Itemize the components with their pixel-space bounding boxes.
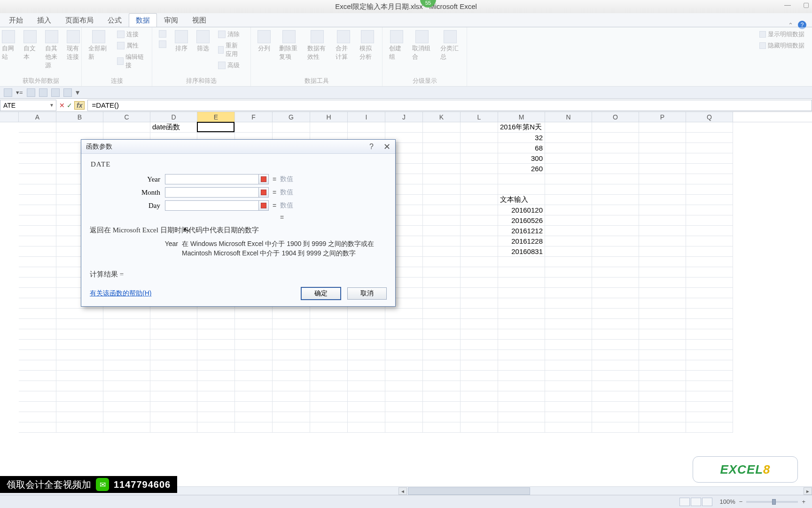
minimize-button[interactable]: —	[784, 1, 791, 8]
col-header-L[interactable]: L	[461, 112, 498, 122]
existing-conn-button[interactable]: 现有连接	[67, 30, 80, 61]
cell-M2[interactable]: 32	[498, 133, 545, 143]
connections-button[interactable]: 连接	[117, 30, 139, 39]
qat-label: ▾=	[16, 89, 23, 96]
cell-M5[interactable]: 260	[498, 164, 545, 174]
col-header-N[interactable]: N	[545, 112, 592, 122]
col-header-K[interactable]: K	[423, 112, 461, 122]
col-header-F[interactable]: F	[235, 112, 273, 122]
tab-review[interactable]: 审阅	[157, 13, 185, 27]
hide-detail-button[interactable]: 隐藏明细数据	[759, 41, 804, 50]
zoom-level[interactable]: 100%	[720, 498, 735, 505]
from-web-button[interactable]: 自网站	[2, 30, 15, 61]
function-help-link[interactable]: 有关该函数的帮助(H)	[90, 289, 151, 298]
sort-desc-button[interactable]	[159, 40, 166, 48]
clear-button[interactable]: 清除	[218, 30, 240, 39]
tab-data[interactable]: 数据	[129, 13, 157, 27]
col-header-Q[interactable]: Q	[686, 112, 733, 122]
col-header-O[interactable]: O	[592, 112, 639, 122]
sort-asc-button[interactable]	[159, 30, 166, 38]
cell-D1[interactable]: date函数	[150, 122, 197, 133]
qat-icon-4[interactable]	[51, 88, 60, 97]
qat-icon-5[interactable]	[63, 88, 72, 97]
sort-button[interactable]: 排序	[175, 30, 188, 53]
page-break-view-button[interactable]	[702, 498, 712, 506]
tab-formula[interactable]: 公式	[101, 13, 129, 27]
zoom-in-button[interactable]: +	[802, 498, 805, 505]
reapply-button[interactable]: 重新应用	[218, 41, 244, 58]
qat-icon[interactable]	[4, 88, 12, 97]
cell-M1[interactable]: 2016年第N天	[498, 122, 545, 133]
dialog-help-icon[interactable]: ?	[369, 143, 374, 151]
scroll-left-icon[interactable]: ◄	[398, 487, 407, 495]
col-header-D[interactable]: D	[150, 112, 197, 122]
cell-M13[interactable]: 20160831	[498, 246, 545, 257]
refresh-all-button[interactable]: 全部刷新	[88, 30, 109, 61]
param-year-ref-button[interactable]	[258, 174, 269, 184]
col-header-C[interactable]: C	[103, 112, 150, 122]
dialog-title-bar[interactable]: 函数参数 ? ✕	[81, 140, 395, 154]
col-header-H[interactable]: H	[310, 112, 348, 122]
sort-asc-qat[interactable]	[27, 88, 35, 97]
name-box-dropdown-icon[interactable]: ▼	[49, 103, 54, 108]
tab-view[interactable]: 视图	[185, 13, 213, 27]
col-header-E[interactable]: E	[197, 112, 235, 122]
maximize-button[interactable]: ▢	[803, 1, 809, 8]
cell-M8[interactable]: 文本输入	[498, 195, 545, 205]
edit-links-button[interactable]: 编辑链接	[117, 53, 145, 70]
cell-M10[interactable]: 20160526	[498, 215, 545, 226]
zoom-out-button[interactable]: −	[739, 498, 743, 505]
col-header-J[interactable]: J	[385, 112, 423, 122]
col-header-P[interactable]: P	[639, 112, 686, 122]
scroll-thumb[interactable]	[408, 487, 530, 495]
dialog-close-icon[interactable]: ✕	[383, 142, 390, 152]
tab-home[interactable]: 开始	[2, 13, 30, 27]
insert-function-icon[interactable]: fx	[74, 101, 85, 110]
remove-dup-button[interactable]: 删除重复项	[279, 30, 299, 61]
advanced-button[interactable]: 高级	[218, 61, 240, 70]
filter-button[interactable]: 筛选	[196, 30, 210, 53]
col-header-G[interactable]: G	[273, 112, 310, 122]
from-other-button[interactable]: 自其他来源	[45, 30, 58, 70]
cancel-formula-icon[interactable]: ✕	[59, 102, 65, 109]
normal-view-button[interactable]	[679, 498, 690, 506]
formula-input[interactable]: =DATE()	[87, 100, 812, 111]
cell-M12[interactable]: 20161228	[498, 236, 545, 246]
cell-M9[interactable]: 20160120	[498, 205, 545, 215]
active-cell[interactable]	[197, 122, 234, 132]
param-year-input[interactable]	[165, 174, 259, 184]
text-to-cols-button[interactable]: 分列	[258, 30, 271, 53]
col-header-B[interactable]: B	[56, 112, 103, 122]
data-valid-button[interactable]: 数据有效性	[307, 30, 327, 61]
whatif-button[interactable]: 模拟分析	[359, 30, 375, 61]
ungroup-button[interactable]: 取消组合	[412, 30, 432, 61]
param-month-ref-button[interactable]	[258, 187, 269, 198]
col-header-A[interactable]: A	[19, 112, 56, 122]
group-button[interactable]: 创建组	[389, 30, 404, 61]
param-month-input[interactable]	[165, 187, 259, 198]
select-all-corner[interactable]	[0, 112, 19, 122]
from-text-button[interactable]: 自文本	[23, 30, 37, 61]
col-header-M[interactable]: M	[498, 112, 545, 122]
properties-button[interactable]: 属性	[117, 41, 139, 50]
page-layout-view-button[interactable]	[691, 498, 701, 506]
param-day-input[interactable]	[165, 200, 259, 211]
qat-dropdown-icon[interactable]: ▾	[76, 88, 79, 97]
consolidate-button[interactable]: 合并计算	[336, 30, 351, 61]
show-detail-button[interactable]: 显示明细数据	[759, 30, 804, 39]
cell-M11[interactable]: 20161212	[498, 226, 545, 236]
param-day-ref-button[interactable]	[258, 200, 269, 211]
enter-formula-icon[interactable]: ✓	[67, 102, 72, 109]
scroll-right-icon[interactable]: ►	[804, 487, 812, 495]
name-box[interactable]: ATE ▼	[0, 100, 56, 111]
subtotal-button[interactable]: 分类汇总	[440, 30, 460, 61]
cell-M4[interactable]: 300	[498, 153, 545, 164]
tab-insert[interactable]: 插入	[30, 13, 58, 27]
cell-M3[interactable]: 68	[498, 143, 545, 153]
sort-desc-qat[interactable]	[39, 88, 47, 97]
col-header-I[interactable]: I	[348, 112, 385, 122]
tab-layout[interactable]: 页面布局	[58, 13, 101, 27]
cancel-button[interactable]: 取消	[347, 287, 387, 300]
zoom-slider[interactable]	[746, 501, 798, 503]
ok-button[interactable]: 确定	[301, 287, 341, 300]
